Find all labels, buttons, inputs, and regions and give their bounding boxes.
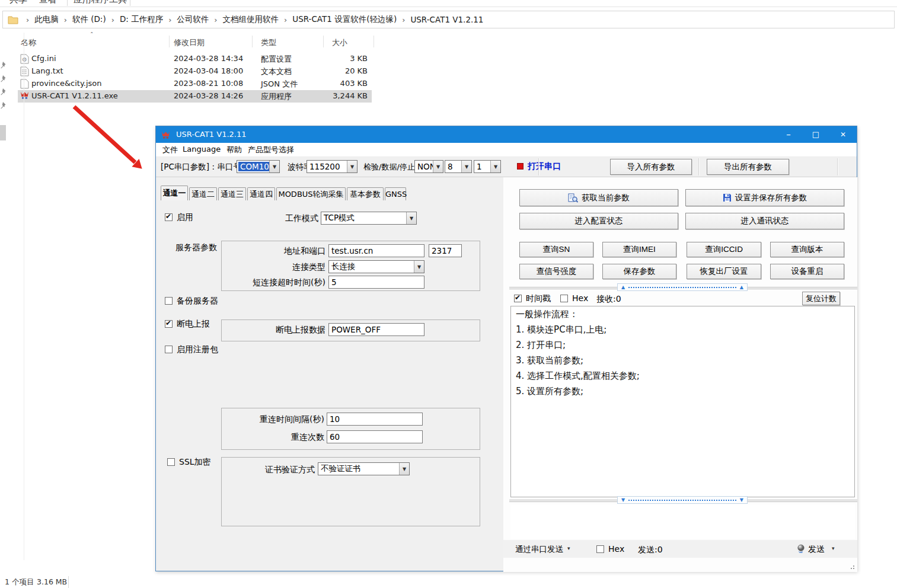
- file-row-cfg-ini[interactable]: ⚙ Cfg.ini 2024-03-28 14:34 配置设置 3 KB: [18, 53, 372, 65]
- column-separator[interactable]: [252, 36, 253, 47]
- query-iccid-button[interactable]: 查询ICCID: [687, 242, 761, 257]
- tab-channel3[interactable]: 通道三: [218, 187, 246, 200]
- column-separator[interactable]: [169, 36, 170, 47]
- chevron-down-icon[interactable]: [490, 161, 500, 172]
- close-button[interactable]: [829, 126, 857, 143]
- recv-hex-checkbox[interactable]: [560, 295, 568, 302]
- chevron-down-icon[interactable]: [433, 161, 443, 172]
- chevron-down-icon[interactable]: [406, 212, 416, 224]
- chevron-down-icon[interactable]: [567, 545, 570, 551]
- column-separator[interactable]: [323, 36, 324, 47]
- menu-product-model[interactable]: 产品型号选择: [248, 145, 294, 155]
- enable-checkbox[interactable]: [165, 213, 173, 221]
- txt-file-icon: [20, 66, 29, 76]
- baud-select[interactable]: 115200: [307, 160, 357, 173]
- backup-server-checkbox[interactable]: [165, 297, 173, 305]
- query-signal-button[interactable]: 查信号强度: [519, 264, 593, 279]
- query-sn-button[interactable]: 查询SN: [519, 242, 593, 257]
- ssl-checkbox[interactable]: [167, 458, 175, 466]
- menu-file[interactable]: 文件: [162, 145, 178, 155]
- enter-comm-button[interactable]: 进入通讯状态: [685, 213, 844, 229]
- window-titlebar[interactable]: USR-CAT1 V1.2.11: [156, 126, 857, 143]
- export-params-button[interactable]: 导出所有参数: [707, 159, 789, 175]
- collapse-down-icon[interactable]: [740, 498, 743, 503]
- reboot-button[interactable]: 设备重启: [770, 264, 844, 279]
- send-via-serial-dropdown[interactable]: 通过串口发送: [515, 544, 563, 555]
- com-port-select[interactable]: COM10: [237, 160, 280, 173]
- set-save-all-button[interactable]: 设置并保存所有参数: [685, 189, 844, 206]
- tab-gnss[interactable]: GNSS: [385, 187, 406, 200]
- import-params-button[interactable]: 导入所有参数: [610, 159, 692, 175]
- databits-select[interactable]: 8: [445, 160, 472, 173]
- tab-basic-params[interactable]: 基本参数: [347, 187, 384, 200]
- work-mode-select[interactable]: TCP模式: [321, 212, 417, 225]
- chevron-down-icon[interactable]: [832, 545, 835, 551]
- tab-modbus[interactable]: MODBUS轮询采集: [276, 187, 346, 200]
- menu-help[interactable]: 帮助: [226, 145, 242, 155]
- poweroff-report-checkbox[interactable]: [165, 320, 173, 328]
- breadcrumb-item[interactable]: USR-CAT1 V1.2.11: [410, 15, 483, 24]
- tab-channel4[interactable]: 通道四: [247, 187, 275, 200]
- chevron-down-icon[interactable]: [269, 161, 279, 172]
- column-header-name[interactable]: 名称: [21, 37, 36, 48]
- parity-select[interactable]: NONI: [414, 160, 443, 173]
- send-input-area[interactable]: [510, 504, 855, 539]
- regpack-checkbox[interactable]: [165, 346, 173, 353]
- column-header-size[interactable]: 大小: [332, 37, 347, 48]
- maximize-button[interactable]: [802, 126, 829, 143]
- reconnect-interval-input[interactable]: 10: [327, 413, 423, 426]
- breadcrumb-item[interactable]: 公司软件: [177, 14, 209, 25]
- save-params-button[interactable]: 保存参数: [602, 264, 676, 279]
- minimize-button[interactable]: [775, 126, 802, 143]
- scroll-thumb[interactable]: [0, 125, 6, 140]
- receive-log[interactable]: 一般操作流程： 1. 模块连PC串口,上电; 2. 打开串口; 3. 获取当前参…: [510, 306, 855, 497]
- port-input[interactable]: 2317: [429, 244, 462, 257]
- pane-divider[interactable]: [24, 33, 24, 560]
- ribbon-tab-apptools[interactable]: 应用程序工具: [74, 0, 127, 5]
- reconnect-times-input[interactable]: 60: [327, 430, 423, 443]
- collapse-up-icon[interactable]: [621, 285, 625, 290]
- reset-count-button[interactable]: 复位计数: [802, 292, 840, 305]
- factory-reset-button[interactable]: 恢复出厂设置: [687, 264, 761, 279]
- column-separator[interactable]: [374, 36, 374, 47]
- chevron-down-icon[interactable]: [347, 161, 357, 172]
- file-row-lang-txt[interactable]: Lang.txt 2024-03-04 18:00 文本文档 20 KB: [18, 65, 372, 78]
- enter-config-button[interactable]: 进入配置状态: [519, 213, 678, 229]
- address-input[interactable]: test.usr.cn: [328, 244, 424, 257]
- send-button[interactable]: 发送: [808, 544, 825, 555]
- query-imei-button[interactable]: 查询IMEI: [602, 242, 676, 257]
- breadcrumb-item[interactable]: USR-CAT1 设置软件(轻边缘): [292, 14, 397, 25]
- conn-type-select[interactable]: 长连接: [328, 260, 424, 273]
- column-header-date[interactable]: 修改日期: [174, 37, 205, 48]
- get-params-button[interactable]: 获取当前参数: [519, 189, 678, 206]
- tab-channel1[interactable]: 通道一: [161, 186, 188, 200]
- column-header-type[interactable]: 类型: [261, 37, 276, 48]
- open-serial-button[interactable]: 打开串口: [528, 161, 561, 172]
- menu-language[interactable]: Language: [183, 145, 221, 154]
- breadcrumb-item[interactable]: 此电脑: [34, 14, 59, 25]
- chevron-down-icon[interactable]: [414, 261, 424, 273]
- timestamp-checkbox[interactable]: [514, 295, 522, 302]
- file-row-province-json[interactable]: province&city.json 2023-08-21 10:08 JSON…: [18, 78, 372, 90]
- chevron-down-icon[interactable]: [399, 463, 409, 475]
- tab-channel2[interactable]: 通道二: [189, 187, 217, 200]
- ribbon-tab-share[interactable]: 共享: [9, 0, 27, 5]
- short-timeout-input[interactable]: 5: [328, 276, 424, 289]
- splitter-handle[interactable]: [617, 496, 748, 504]
- query-version-button[interactable]: 查询版本: [770, 242, 844, 257]
- send-hex-checkbox[interactable]: [596, 545, 604, 553]
- chevron-down-icon[interactable]: [461, 161, 471, 172]
- breadcrumb-item[interactable]: 文档组使用软件: [223, 14, 279, 25]
- cert-verify-select[interactable]: 不验证证书: [318, 462, 410, 475]
- collapse-up-icon[interactable]: [740, 285, 743, 290]
- collapse-down-icon[interactable]: [621, 498, 625, 503]
- file-row-usr-cat1-exe-selected[interactable]: USR-CAT1 V1.2.11.exe 2024-03-28 14:26 应用…: [18, 90, 372, 103]
- breadcrumb-item[interactable]: 软件 (D:): [72, 14, 106, 25]
- resize-grip[interactable]: [847, 562, 854, 569]
- ribbon-tab-view[interactable]: 查看: [39, 0, 57, 5]
- address-bar[interactable]: 此电脑 软件 (D:) D: 工作程序 公司软件 文档组使用软件 USR-CAT…: [2, 11, 895, 28]
- splitter-handle[interactable]: [617, 283, 748, 291]
- poweroff-data-input[interactable]: POWER_OFF: [328, 323, 424, 336]
- breadcrumb-item[interactable]: D: 工作程序: [120, 14, 163, 25]
- stopbits-select[interactable]: 1: [474, 160, 501, 173]
